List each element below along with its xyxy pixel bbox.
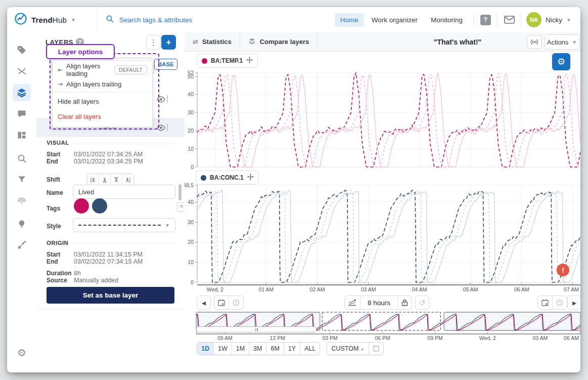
move-handle-icon[interactable] (246, 56, 253, 65)
alert-badge[interactable]: ! (557, 264, 569, 276)
chart-ba-temp-1[interactable]: 0102030405052 (185, 70, 580, 169)
search-input[interactable] (118, 16, 252, 24)
lock-duration-button[interactable] (398, 296, 412, 309)
compare-layers-button[interactable]: Compare layers (240, 32, 318, 51)
series-name: BA:TEMP.1 (211, 57, 243, 64)
x-tick-label: 04 AM (412, 286, 427, 292)
legend-chip-ba-temp-1[interactable]: BA:TEMP.1 (197, 54, 258, 68)
rail-fingerprint-button[interactable] (13, 192, 31, 209)
range-1m-button[interactable]: 1M (232, 343, 249, 355)
custom-range-group: CUSTOM ▲ (327, 342, 383, 355)
brand-menu[interactable]: TrendHub ▼ (7, 7, 98, 32)
range-6m-button[interactable]: 6M (266, 343, 284, 355)
tag-color-dot[interactable] (74, 198, 89, 214)
style-chevron-down-icon: ▼ (165, 223, 170, 228)
pan-left-button[interactable]: ◂ (197, 295, 211, 310)
menu-divider (53, 92, 152, 93)
legend-chip-ba-conc-1[interactable]: BA:CONC.1 (196, 171, 259, 185)
rail-dashboard-button[interactable] (13, 126, 31, 144)
overview-pan-handle[interactable] (196, 326, 316, 332)
user-chevron-down-icon: ▼ (566, 17, 571, 23)
range-1y-button[interactable]: 1Y (284, 343, 300, 355)
actions-button[interactable]: Actions▼ (545, 34, 579, 50)
y-tick-label: 48.5 (185, 183, 194, 188)
rail-tag-button[interactable] (13, 41, 31, 59)
pan-right-button[interactable]: ▸ (567, 295, 580, 310)
custom-range-button[interactable]: CUSTOM ▲ (327, 343, 369, 355)
remove-layer-icon[interactable] (167, 122, 168, 132)
range-all-button[interactable]: ALL (300, 343, 320, 355)
preset-range-group: 1D 1W 1M 3M 6M 1Y ALL (197, 342, 320, 355)
x-tick-label: 05 AM (463, 286, 478, 292)
series-path (197, 73, 580, 167)
nav-home[interactable]: Home (335, 13, 364, 27)
start-calendar-button[interactable] (214, 296, 229, 309)
range-1w-button[interactable]: 1W (214, 343, 232, 355)
add-layer-button[interactable]: + (161, 35, 176, 50)
y-tick-label: 20 (188, 128, 194, 134)
duration-value: 8h (74, 270, 81, 277)
layer-name-input[interactable] (73, 185, 175, 199)
shift-far-right-button[interactable] (122, 174, 133, 186)
chart-ba-conc-1[interactable]: 01020304048.5Wed, 201 AM02 AM03 AM04 AM0… (185, 183, 580, 295)
statistics-button[interactable]: ⇄ Statistics (185, 32, 240, 51)
layer-options-menu: ⇤ Align layers leading DEFAULT ⇥ Align l… (52, 60, 153, 128)
plus-icon: + (166, 37, 171, 48)
menu-align-layers-leading[interactable]: ⇤ Align layers leading DEFAULT (53, 63, 152, 77)
revert-history-button[interactable]: ↺ (415, 295, 429, 310)
move-handle-icon[interactable] (247, 173, 254, 182)
y-tick-label: 20 (188, 239, 194, 245)
rail-sparkle-clean-button[interactable] (13, 63, 31, 80)
messages-button[interactable] (503, 14, 516, 26)
view-title: "That's what!" (397, 38, 518, 46)
help-button[interactable]: ? (479, 14, 492, 26)
shift-far-left-button[interactable] (87, 174, 99, 186)
rail-lightbulb-button[interactable] (13, 216, 31, 233)
menu-hide-all-layers[interactable]: Hide all layers (53, 94, 152, 108)
chart-toolbar: ⇄ Statistics Compare layers "That's what… (185, 32, 580, 52)
panel-scroll-handle[interactable] (178, 184, 182, 200)
tag-color-dot[interactable] (92, 198, 107, 214)
rail-comments-button[interactable] (13, 105, 31, 122)
menu-clear-all-layers[interactable]: Clear all layers (53, 109, 152, 123)
rail-graph-nodes-button[interactable] (13, 237, 31, 254)
align-leading-icon: ⇤ (58, 66, 63, 73)
x-tick-label: Wed, 2 (207, 286, 223, 292)
trend-scale-button[interactable] (345, 296, 360, 309)
overview-region[interactable] (322, 312, 440, 330)
start-clock-button[interactable] (229, 296, 243, 309)
rail-layers-button[interactable] (13, 84, 31, 101)
end-clock-button[interactable] (553, 296, 567, 309)
rail-filter-button[interactable] (13, 171, 31, 188)
shift-left-button[interactable] (99, 174, 111, 186)
divider (473, 13, 474, 26)
visual-start-label: Start (47, 151, 60, 158)
custom-window-button[interactable] (369, 343, 383, 355)
origin-start-value: 03/01/2022 11:34:15 PM (74, 251, 143, 258)
range-1d-button[interactable]: 1D (197, 343, 214, 355)
end-calendar-button[interactable] (538, 296, 553, 309)
line-style-select[interactable]: ▼ (73, 218, 175, 232)
rail-search-button[interactable] (13, 150, 31, 167)
set-as-base-layer-button[interactable]: Set as base layer (47, 287, 174, 304)
nav-monitoring[interactable]: Monitoring (425, 13, 468, 27)
visual-end-label: End (47, 158, 58, 165)
menu-align-layers-trailing[interactable]: ⇥ Align layers trailing (53, 77, 152, 91)
global-search (98, 15, 276, 25)
layer-options-kebab-button[interactable]: ⋮ (146, 35, 161, 50)
x-tick-label: 07 AM (564, 286, 579, 292)
nav-work-organizer[interactable]: Work organizer (366, 13, 423, 27)
x-tick-label: 12 PM (270, 335, 285, 341)
dashed-line-preview (78, 225, 161, 226)
y-tick-label: 40 (188, 91, 194, 97)
layer-options-annotation-label: Layer options (46, 44, 115, 59)
duration-value[interactable]: 8 hours (360, 296, 398, 309)
remove-layer-icon[interactable] (167, 94, 168, 104)
rail-settings-gear-button[interactable]: ⚙ (13, 344, 31, 361)
source-label: Source (47, 277, 67, 284)
chart-settings-gear-button[interactable]: ⚙ (552, 53, 570, 70)
user-menu[interactable]: NA Nicky ▼ (526, 12, 580, 27)
shift-right-button[interactable] (111, 174, 122, 186)
range-3m-button[interactable]: 3M (249, 343, 266, 355)
live-broadcast-button[interactable] (527, 35, 542, 49)
